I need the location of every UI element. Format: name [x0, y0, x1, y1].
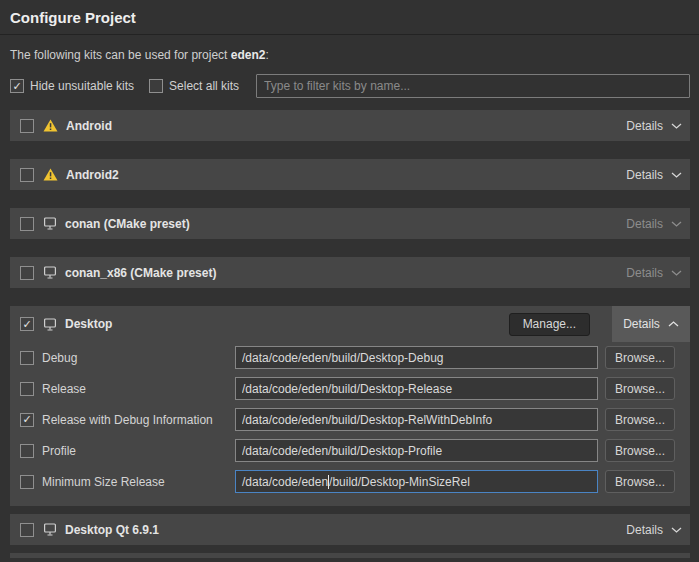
build-dir-input[interactable] [235, 346, 598, 369]
path-text: /data/code/eden [242, 475, 328, 489]
chevron-down-icon [671, 270, 682, 276]
build-dir-input[interactable] [235, 377, 598, 400]
config-label: Release [42, 382, 86, 396]
browse-button[interactable]: Browse... [605, 377, 675, 400]
select-all-kits-label: Select all kits [169, 79, 239, 93]
chevron-down-icon [671, 527, 682, 533]
hide-unsuitable-kits-group: Hide unsuitable kits [10, 79, 134, 93]
kit-row-android2: Android2 Details [10, 159, 690, 190]
details-label: Details [623, 317, 660, 331]
config-checkbox[interactable] [20, 413, 34, 427]
desktop-computer-icon [43, 266, 57, 279]
kit-name: Android [66, 119, 112, 133]
desktop-computer-icon [43, 318, 57, 331]
config-left: Profile [20, 444, 235, 458]
build-config-row-release: Release Browse... [10, 373, 690, 404]
kit-name: Desktop [65, 317, 112, 331]
kit-checkbox[interactable] [20, 119, 34, 133]
project-name: eden2 [231, 48, 266, 62]
details-label: Details [626, 119, 663, 133]
config-left: Release with Debug Information [20, 413, 235, 427]
kit-list: Android Details Android2 Details conan (… [10, 110, 690, 545]
chevron-down-icon [671, 123, 682, 129]
config-left: Minimum Size Release [20, 475, 235, 489]
details-button: Details [626, 266, 682, 280]
desktop-computer-icon [43, 217, 57, 230]
chevron-up-icon [668, 321, 679, 327]
build-dir-input[interactable]: /data/code/eden/build/Desktop-MinSizeRel [235, 470, 598, 493]
kit-row-desktop-qt: Desktop Qt 6.9.1 Details [10, 514, 690, 545]
build-config-row-profile: Profile Browse... [10, 435, 690, 466]
details-button[interactable]: Details [626, 523, 682, 537]
chevron-down-icon [671, 172, 682, 178]
kit-checkbox[interactable] [20, 168, 34, 182]
select-all-kits-group: Select all kits [149, 79, 239, 93]
details-button[interactable]: Details [612, 306, 690, 342]
build-dir-input[interactable] [235, 439, 598, 462]
kit-row-conan: conan (CMake preset) Details [10, 208, 690, 239]
kit-row-desktop: Desktop Manage... [10, 306, 690, 342]
config-checkbox[interactable] [20, 475, 34, 489]
details-button: Details [626, 217, 682, 231]
browse-button[interactable]: Browse... [605, 439, 675, 462]
next-kit-row-peek [10, 553, 690, 558]
hide-unsuitable-kits-checkbox[interactable] [10, 79, 24, 93]
config-checkbox[interactable] [20, 351, 34, 365]
build-config-row-minsizerel: Minimum Size Release /data/code/eden/bui… [10, 466, 690, 497]
details-label: Details [626, 168, 663, 182]
desktop-computer-icon [43, 523, 57, 536]
kit-checkbox[interactable] [20, 217, 34, 231]
config-label: Release with Debug Information [42, 413, 213, 427]
config-left: Release [20, 382, 235, 396]
title-divider [0, 34, 699, 35]
select-all-kits-checkbox[interactable] [149, 79, 163, 93]
build-config-row-debug: Debug Browse... [10, 342, 690, 373]
manage-kits-button[interactable]: Manage... [509, 313, 590, 336]
kit-checkbox[interactable] [20, 317, 34, 331]
browse-button[interactable]: Browse... [605, 470, 675, 493]
config-label: Profile [42, 444, 76, 458]
browse-button[interactable]: Browse... [605, 346, 675, 369]
intro-text: The following kits can be used for proje… [10, 48, 689, 62]
chevron-down-icon [671, 221, 682, 227]
kit-name: conan_x86 (CMake preset) [65, 266, 216, 280]
hide-unsuitable-kits-label: Hide unsuitable kits [30, 79, 134, 93]
kit-row-android: Android Details [10, 110, 690, 141]
page-title: Configure Project [0, 0, 699, 34]
kit-panel-desktop: Desktop Manage... Details Debug Browse..… [10, 306, 690, 506]
intro-suffix: : [265, 48, 268, 62]
details-button[interactable]: Details [626, 119, 682, 133]
kit-row-conan-x86: conan_x86 (CMake preset) Details [10, 257, 690, 288]
config-checkbox[interactable] [20, 382, 34, 396]
config-label: Minimum Size Release [42, 475, 165, 489]
warning-icon [43, 168, 58, 181]
kit-controls-bar: Hide unsuitable kits Select all kits [10, 74, 690, 98]
kit-checkbox[interactable] [20, 266, 34, 280]
build-dir-input[interactable] [235, 408, 598, 431]
warning-icon [43, 119, 58, 132]
details-label: Details [626, 217, 663, 231]
config-checkbox[interactable] [20, 444, 34, 458]
kit-name: conan (CMake preset) [65, 217, 190, 231]
details-label: Details [626, 266, 663, 280]
kit-name: Android2 [66, 168, 119, 182]
path-text: /build/Desktop-MinSizeRel [329, 475, 470, 489]
details-button[interactable]: Details [626, 168, 682, 182]
kit-name: Desktop Qt 6.9.1 [65, 523, 159, 537]
build-config-row-relwithdebinfo: Release with Debug Information Browse... [10, 404, 690, 435]
details-label: Details [626, 523, 663, 537]
config-left: Debug [20, 351, 235, 365]
kit-filter-input[interactable] [256, 74, 690, 98]
config-label: Debug [42, 351, 77, 365]
intro-prefix: The following kits can be used for proje… [10, 48, 231, 62]
kit-checkbox[interactable] [20, 523, 34, 537]
browse-button[interactable]: Browse... [605, 408, 675, 431]
